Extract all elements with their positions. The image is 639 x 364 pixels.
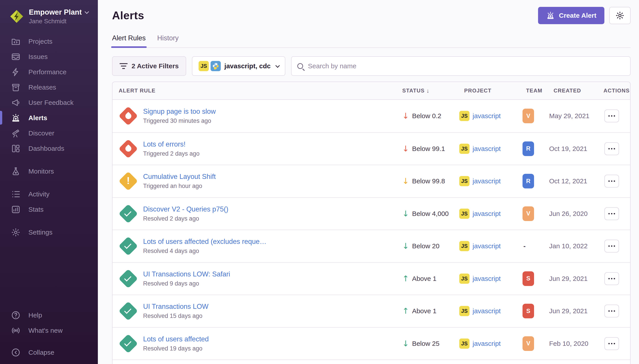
sidebar-item-settings[interactable]: Settings [0,224,98,240]
table-row: ! Discover V2 - Queries p75()Resolved 2 … [113,197,630,230]
create-alert-label: Create Alert [559,12,596,19]
team-badge: V [522,336,534,351]
column-header-alert-rule: ALERT RULE [113,88,402,94]
sidebar-item-discover[interactable]: Discover [0,126,98,141]
created-date: Jun 29, 2021 [549,275,587,282]
table-row: ! Lots of errors!Triggered 2 days ago ↓B… [113,132,630,165]
alert-rule-subtitle: Triggered 30 minutes ago [143,118,216,124]
table-row: ! Cumulative Layout ShiftTriggered an ho… [113,165,630,197]
trend-arrow-icon: ↓ [402,210,409,218]
sidebar-item-help[interactable]: Help [0,308,98,323]
broadcast-icon [11,326,21,336]
sidebar-item-label: Issues [29,53,48,60]
sidebar-nav: Projects Issues Performance Releases Use… [0,34,98,240]
gear-icon [615,11,624,20]
project-link[interactable]: javascript [473,112,501,120]
column-header-status[interactable]: STATUS ↓ [402,87,459,94]
trend-arrow-icon: ↑ [402,275,409,283]
gear-icon [11,227,21,238]
org-name: Empower Plant [29,8,82,16]
sidebar-item-dashboards[interactable]: Dashboards [0,141,98,156]
sidebar-item-whats-new[interactable]: What's new [0,323,98,338]
sidebar-item-label: Projects [29,38,52,45]
chevron-down-icon [85,10,89,14]
project-link[interactable]: javascript [473,340,501,347]
row-actions-button[interactable] [604,110,619,122]
sidebar-item-label: Releases [29,84,56,91]
sidebar-item-monitors[interactable]: Monitors [0,164,98,179]
alert-settings-button[interactable] [609,7,630,24]
created-date: Oct 19, 2021 [549,145,587,152]
row-actions-button[interactable] [604,304,619,318]
sidebar-item-label: What's new [29,327,63,334]
filter-icon [120,63,128,69]
trend-arrow-icon: ↓ [402,340,409,348]
column-header-project: PROJECT [459,88,522,94]
org-switcher[interactable]: Empower Plant Jane Schmidt [0,8,98,25]
sidebar-item-projects[interactable]: Projects [0,34,98,49]
trend-arrow-icon: ↑ [402,307,409,315]
sidebar-item-issues[interactable]: Issues [0,49,98,64]
tab-alert-rules[interactable]: Alert Rules [112,34,146,48]
project-selector[interactable]: JS javascript, cdc [192,56,285,76]
project-link[interactable]: javascript [473,242,501,250]
sidebar-collapse-button[interactable]: Collapse [0,345,98,360]
sidebar-item-alerts[interactable]: Alerts [0,110,98,126]
alert-rule-link[interactable]: Lots of users affected (excludes reque… [143,238,266,246]
row-actions-button[interactable] [604,272,619,285]
team-badge: S [522,304,534,318]
project-link[interactable]: javascript [473,177,501,185]
row-actions-button[interactable] [604,175,619,188]
sidebar-item-label: Collapse [29,349,54,356]
org-avatar [9,9,24,24]
table-row: ! Lots of users affected (excludes reque… [113,230,630,262]
sidebar-item-stats[interactable]: Stats [0,202,98,217]
trend-arrow-icon: ↓ [402,242,409,250]
sidebar-footer: Help What's new Collapse [0,308,98,364]
status-value: Below 99.8 [412,177,445,185]
row-actions-button[interactable] [604,142,619,155]
folder-code-icon [11,36,21,46]
sidebar-item-label: Activity [29,190,50,198]
search-input[interactable] [307,62,624,70]
active-filters-button[interactable]: 2 Active Filters [112,56,186,76]
dashboard-grid-icon [11,144,21,154]
alert-rule-link[interactable]: UI Transactions LOW: Safari [143,270,230,278]
project-link[interactable]: javascript [473,275,501,282]
alert-rule-link[interactable]: Lots of users affected [143,335,209,343]
status-value: Below 20 [412,242,439,250]
status-value: Below 25 [412,340,439,347]
search-box [291,56,630,76]
row-actions-button[interactable] [604,207,619,220]
project-link[interactable]: javascript [473,145,501,152]
project-link[interactable]: javascript [473,307,501,315]
trend-arrow-icon: ↓ [402,177,409,185]
create-alert-button[interactable]: Create Alert [538,7,604,24]
sidebar-item-activity[interactable]: Activity [0,186,98,202]
siren-icon [546,11,555,20]
row-actions-button[interactable] [604,240,619,252]
sidebar-item-user-feedback[interactable]: User Feedback [0,95,98,110]
javascript-platform-icon: JS [459,241,469,251]
chevron-down-icon [275,64,280,68]
trend-arrow-icon: ↓ [402,112,409,120]
tab-history[interactable]: History [157,34,179,48]
alert-rule-subtitle: Triggered an hour ago [143,183,216,190]
sidebar-item-releases[interactable]: Releases [0,80,98,95]
alert-rule-link[interactable]: Signup page is too slow [143,108,216,116]
help-icon [11,310,21,320]
alert-rule-link[interactable]: UI Transactions LOW [143,302,209,310]
filter-bar: 2 Active Filters JS javascript, cdc [112,56,630,76]
project-link[interactable]: javascript [473,210,501,218]
row-actions-button[interactable] [604,337,619,350]
alert-rule-subtitle: Resolved 2 days ago [143,215,228,222]
created-date: Jun 26, 2020 [549,210,587,218]
alert-rules-table: ALERT RULE STATUS ↓ PROJECT TEAM CREATED… [112,82,630,364]
sidebar-item-performance[interactable]: Performance [0,64,98,80]
alert-rule-link[interactable]: Lots of errors! [143,140,199,148]
lightning-icon [11,67,21,77]
alert-rule-link[interactable]: Cumulative Layout Shift [143,173,216,181]
alert-resolved-icon: ! [119,269,138,288]
alert-rule-subtitle: Resolved 9 days ago [143,280,230,287]
alert-rule-link[interactable]: Discover V2 - Queries p75() [143,205,228,213]
